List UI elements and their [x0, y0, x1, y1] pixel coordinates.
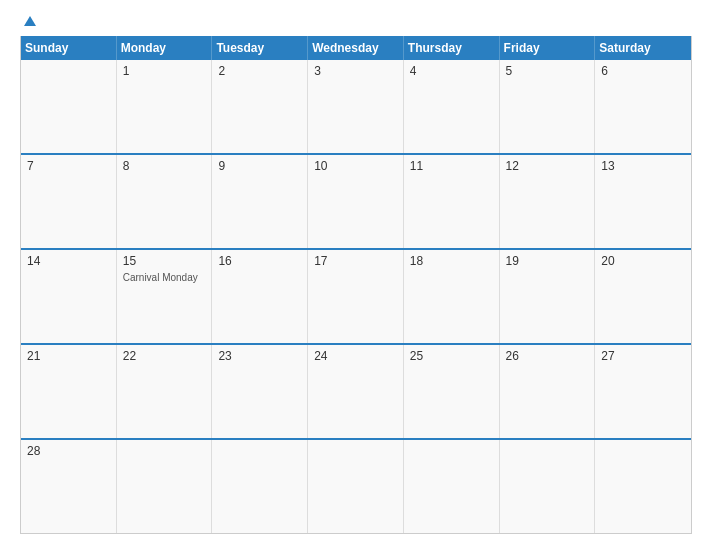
page: SundayMondayTuesdayWednesdayThursdayFrid…: [0, 0, 712, 550]
day-header-friday: Friday: [500, 36, 596, 60]
header: [20, 16, 692, 26]
day-number: 22: [123, 349, 206, 363]
day-header-wednesday: Wednesday: [308, 36, 404, 60]
day-cell: 5: [500, 60, 596, 153]
week-row-3: 21222324252627: [21, 343, 691, 438]
day-cell: 2: [212, 60, 308, 153]
day-cell: 7: [21, 155, 117, 248]
day-cell: 20: [595, 250, 691, 343]
day-number: 9: [218, 159, 301, 173]
day-number: 13: [601, 159, 685, 173]
day-cell: [21, 60, 117, 153]
day-header-sunday: Sunday: [21, 36, 117, 60]
logo-triangle-icon: [24, 16, 36, 26]
day-number: 18: [410, 254, 493, 268]
day-cell: 25: [404, 345, 500, 438]
day-number: 7: [27, 159, 110, 173]
day-number: 19: [506, 254, 589, 268]
logo: [20, 16, 36, 26]
day-number: 16: [218, 254, 301, 268]
day-cell: 14: [21, 250, 117, 343]
day-cell: 18: [404, 250, 500, 343]
day-cell: [595, 440, 691, 533]
days-header: SundayMondayTuesdayWednesdayThursdayFrid…: [21, 36, 691, 60]
day-number: 24: [314, 349, 397, 363]
day-cell: 8: [117, 155, 213, 248]
week-row-2: 1415Carnival Monday1617181920: [21, 248, 691, 343]
day-cell: 12: [500, 155, 596, 248]
week-row-4: 28: [21, 438, 691, 533]
day-number: 6: [601, 64, 685, 78]
day-cell: [500, 440, 596, 533]
day-number: 10: [314, 159, 397, 173]
day-number: 11: [410, 159, 493, 173]
day-number: 25: [410, 349, 493, 363]
day-cell: 4: [404, 60, 500, 153]
weeks-container: 123456789101112131415Carnival Monday1617…: [21, 60, 691, 533]
week-row-0: 123456: [21, 60, 691, 153]
day-number: 23: [218, 349, 301, 363]
day-cell: 26: [500, 345, 596, 438]
day-cell: 1: [117, 60, 213, 153]
day-cell: 28: [21, 440, 117, 533]
day-cell: 13: [595, 155, 691, 248]
day-number: 27: [601, 349, 685, 363]
day-cell: 15Carnival Monday: [117, 250, 213, 343]
day-cell: 23: [212, 345, 308, 438]
day-cell: 19: [500, 250, 596, 343]
day-cell: 10: [308, 155, 404, 248]
day-number: 17: [314, 254, 397, 268]
day-cell: [404, 440, 500, 533]
calendar: SundayMondayTuesdayWednesdayThursdayFrid…: [20, 36, 692, 534]
day-header-monday: Monday: [117, 36, 213, 60]
day-number: 8: [123, 159, 206, 173]
day-cell: [117, 440, 213, 533]
day-event: Carnival Monday: [123, 272, 198, 283]
day-header-saturday: Saturday: [595, 36, 691, 60]
day-number: 5: [506, 64, 589, 78]
day-number: 4: [410, 64, 493, 78]
week-row-1: 78910111213: [21, 153, 691, 248]
day-cell: 3: [308, 60, 404, 153]
day-header-tuesday: Tuesday: [212, 36, 308, 60]
day-number: 2: [218, 64, 301, 78]
day-cell: 27: [595, 345, 691, 438]
day-number: 14: [27, 254, 110, 268]
day-cell: [212, 440, 308, 533]
day-cell: 6: [595, 60, 691, 153]
day-cell: 22: [117, 345, 213, 438]
day-number: 26: [506, 349, 589, 363]
day-number: 28: [27, 444, 110, 458]
day-cell: 24: [308, 345, 404, 438]
day-cell: 11: [404, 155, 500, 248]
day-cell: [308, 440, 404, 533]
day-number: 21: [27, 349, 110, 363]
day-number: 12: [506, 159, 589, 173]
day-number: 15: [123, 254, 206, 268]
day-number: 20: [601, 254, 685, 268]
day-cell: 16: [212, 250, 308, 343]
logo-blue-text: [20, 16, 36, 26]
day-cell: 21: [21, 345, 117, 438]
day-number: 3: [314, 64, 397, 78]
day-cell: 9: [212, 155, 308, 248]
day-number: 1: [123, 64, 206, 78]
day-cell: 17: [308, 250, 404, 343]
day-header-thursday: Thursday: [404, 36, 500, 60]
